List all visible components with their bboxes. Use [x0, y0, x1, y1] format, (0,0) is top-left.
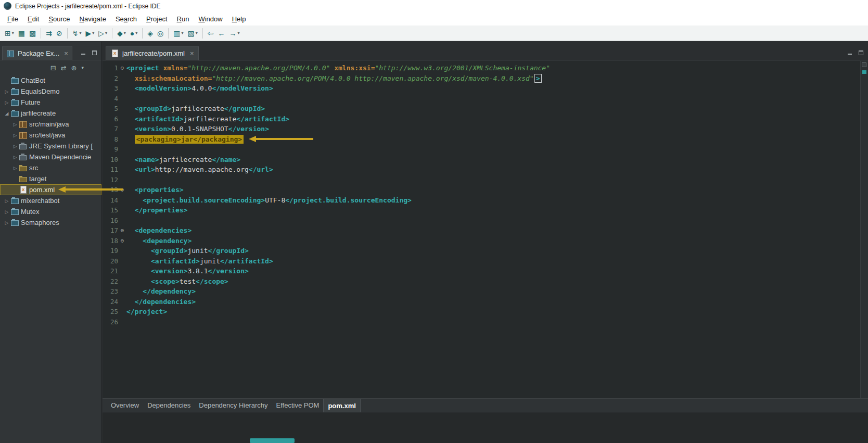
code-text: <groupId>jarfilecreate</groupId> [126, 104, 265, 114]
menu-source[interactable]: Source [44, 13, 74, 25]
open-type-button[interactable]: ◈ [145, 27, 155, 40]
tree-item-jarfilecreate[interactable]: ◢jarfilecreate [0, 108, 101, 119]
build-all-icon: ⇉ [46, 30, 52, 37]
tree-item-src-main-java[interactable]: ▷src/main/java [0, 119, 101, 130]
editor-tab-pom-xml[interactable]: jarfilecreate/pom.xml × [106, 46, 199, 60]
view-menu-icon[interactable]: ▾ [81, 65, 84, 70]
fold-toggle-icon[interactable]: ⊖ [118, 236, 126, 246]
chevron-collapsed-icon[interactable]: ▷ [11, 122, 19, 127]
ruler-toggle-icon[interactable] [862, 62, 866, 67]
eclipse-logo-icon [4, 2, 11, 10]
debug-button[interactable]: ↯▾ [70, 27, 84, 40]
new-java-class-button[interactable]: ●▾ [128, 27, 139, 40]
tree-item-chatbot[interactable]: ChatBot [0, 75, 101, 86]
code-token: </url> [249, 166, 273, 173]
code-editor[interactable]: 1⊖<project xmlns="http://maven.apache.or… [103, 63, 860, 398]
tree-item-mixerchatbot[interactable]: ▷mixerchatbot [0, 195, 101, 206]
collapse-all-icon[interactable]: ⊟ [50, 65, 56, 71]
run-button[interactable]: ▶▾ [83, 27, 96, 40]
project-tree[interactable]: ChatBot▷EqualsDemo▷Future◢jarfilecreate▷… [0, 75, 101, 443]
chevron-down-icon[interactable]: ▾ [135, 31, 137, 35]
chevron-down-icon[interactable]: ▾ [182, 31, 184, 35]
code-token: </version> [208, 267, 249, 275]
tree-item-semaphores[interactable]: ▷Semaphores [0, 217, 101, 228]
tree-item-jre-system-library[interactable]: ▷JRE System Library [ [0, 141, 101, 151]
save-all-button[interactable]: ▩ [27, 27, 38, 40]
code-token: <project [126, 64, 159, 72]
chevron-collapsed-icon[interactable]: ▷ [11, 133, 19, 138]
menu-edit[interactable]: Edit [23, 13, 44, 25]
tree-item-target[interactable]: target [0, 173, 101, 184]
code-token: </groupId> [208, 247, 249, 255]
overview-ruler[interactable] [860, 61, 868, 398]
editor-bottom-tab-pom-xml[interactable]: pom.xml [323, 399, 360, 412]
save-button[interactable]: ▦ [16, 27, 27, 40]
tree-item-mutex[interactable]: ▷Mutex [0, 206, 101, 217]
new-wizard-button[interactable]: ⊞▾ [3, 27, 16, 40]
tree-item-src-test-java[interactable]: ▷src/test/java [0, 130, 101, 141]
chevron-expanded-icon[interactable]: ◢ [3, 111, 10, 116]
code-line: 2 xsi:schemaLocation="http://maven.apach… [103, 73, 860, 84]
previous-edit-button[interactable]: ⇦ [206, 27, 216, 40]
chevron-down-icon[interactable]: ▾ [124, 31, 126, 35]
chevron-collapsed-icon[interactable]: ▷ [3, 89, 10, 94]
menu-file[interactable]: File [3, 13, 23, 25]
chevron-collapsed-icon[interactable]: ▷ [3, 209, 10, 214]
close-icon[interactable]: × [190, 50, 194, 57]
tree-item-src[interactable]: ▷src [0, 162, 101, 173]
chevron-collapsed-icon[interactable]: ▷ [11, 155, 19, 160]
annotations-button[interactable]: ▧▾ [186, 27, 200, 40]
fold-toggle-icon[interactable]: ⊖ [118, 225, 126, 236]
tree-item-label: Semaphores [21, 219, 59, 226]
title-bar: Eclipse Projects - jarfilecreate/pom.xml… [0, 0, 868, 12]
minimize-editor-icon[interactable] [847, 50, 853, 56]
bottom-filler [103, 413, 868, 443]
package-explorer-tab[interactable]: Package Ex... × [2, 46, 72, 60]
editor-bottom-tab-effective-pom[interactable]: Effective POM [272, 399, 324, 412]
chevron-down-icon[interactable]: ▾ [12, 31, 14, 35]
close-icon[interactable]: × [64, 50, 68, 57]
forward-button[interactable]: →▾ [227, 27, 242, 40]
ruler-annotation-mark[interactable] [862, 70, 866, 74]
chevron-collapsed-icon[interactable]: ▷ [11, 166, 19, 171]
code-token: xsi:schemaLocation= [135, 74, 212, 82]
chevron-down-icon[interactable]: ▾ [79, 31, 81, 35]
menu-search[interactable]: Search [111, 13, 142, 25]
focus-on-active-task-icon[interactable]: ⊕ [71, 65, 77, 71]
editor-bottom-tab-overview[interactable]: Overview [107, 399, 143, 412]
chevron-down-icon[interactable]: ▾ [105, 31, 107, 35]
menu-help[interactable]: Help [227, 13, 251, 25]
chevron-down-icon[interactable]: ▾ [92, 31, 94, 35]
code-line: 6 <artifactId>jarfilecreate</artifactId> [103, 114, 860, 124]
tree-item-future[interactable]: ▷Future [0, 97, 101, 108]
chevron-collapsed-icon[interactable]: ▷ [3, 198, 10, 204]
link-with-editor-icon[interactable]: ⇄ [61, 65, 67, 71]
menu-navigate[interactable]: Navigate [75, 13, 111, 25]
editor-bottom-tab-dependency-hierarchy[interactable]: Dependency Hierarchy [195, 399, 272, 412]
fold-toggle-icon[interactable]: ⊖ [118, 63, 126, 73]
editor-bottom-tab-dependencies[interactable]: Dependencies [143, 399, 195, 412]
tree-item-maven-dependencie[interactable]: ▷Maven Dependencie [0, 151, 101, 162]
back-button[interactable]: ← [216, 27, 227, 40]
tree-item-equalsdemo[interactable]: ▷EqualsDemo [0, 86, 101, 97]
chevron-down-icon[interactable]: ▾ [196, 31, 198, 35]
line-number: 22 [103, 276, 118, 287]
chevron-collapsed-icon[interactable]: ▷ [11, 144, 19, 149]
new-java-project-button[interactable]: ◆▾ [115, 27, 128, 40]
chevron-down-icon[interactable]: ▾ [238, 31, 240, 35]
chevron-collapsed-icon[interactable]: ▷ [3, 220, 10, 225]
menu-run[interactable]: Run [172, 13, 194, 25]
code-line: 18⊖ <dependency> [103, 236, 860, 246]
maximize-editor-icon[interactable] [858, 50, 864, 56]
menu-project[interactable]: Project [142, 13, 172, 25]
build-all-button[interactable]: ⇉ [44, 27, 54, 40]
menu-window[interactable]: Window [194, 13, 227, 25]
minimize-view-icon[interactable] [81, 50, 86, 56]
search-button[interactable]: ◎ [155, 27, 165, 40]
skip-breakpoints-button[interactable]: ⊘ [54, 27, 65, 40]
maximize-view-icon[interactable] [92, 50, 97, 56]
chevron-collapsed-icon[interactable]: ▷ [3, 100, 10, 105]
mark-occurrences-button[interactable]: ▥▾ [171, 27, 185, 40]
srcpkg-icon [19, 120, 28, 128]
run-external-tools-button[interactable]: ▷▾ [96, 27, 109, 40]
